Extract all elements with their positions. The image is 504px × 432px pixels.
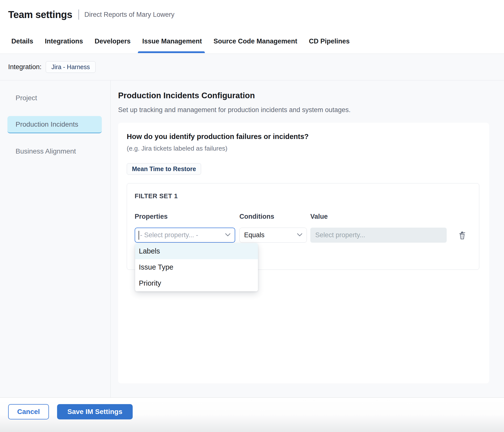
sidebar-item-business-alignment[interactable]: Business Alignment [7,143,102,160]
mean-time-to-restore-chip[interactable]: Mean Time to Restore [127,163,201,175]
content-area: Project Production Incidents Business Al… [0,80,504,397]
condition-select-value: Equals [244,231,265,239]
cancel-button[interactable]: Cancel [8,404,49,419]
filter-column-headers: Properties Conditions Value [135,213,472,220]
question-heading: How do you identify production failures … [127,133,481,141]
dropdown-option-priority[interactable]: Priority [135,275,258,291]
tab-source-code-management[interactable]: Source Code Management [213,29,297,54]
title-divider [78,9,79,20]
filter-set-title: FILTER SET 1 [135,192,472,200]
section-subtitle: Set up tracking and management for produ… [118,106,504,114]
app-header: Team settings Direct Reports of Mary Low… [0,0,504,29]
filter-controls-row: - Select property... - Labels Issue Type… [135,228,472,243]
tab-details[interactable]: Details [11,29,33,54]
section-title: Production Incidents Configuration [118,91,504,100]
value-column-label: Value [310,213,447,220]
tab-issue-management[interactable]: Issue Management [142,29,202,54]
save-im-settings-button[interactable]: Save IM Settings [57,404,133,419]
value-input[interactable] [310,228,447,243]
filter-set-card: FILTER SET 1 Properties Conditions Value… [127,183,479,270]
condition-select[interactable]: Equals [239,228,307,243]
chevron-down-icon [225,233,231,237]
footer-action-bar: Cancel Save IM Settings [0,397,504,432]
incidents-config-card: How do you identify production failures … [118,123,489,383]
dropdown-option-labels[interactable]: Labels [135,243,258,259]
text-cursor [139,231,139,240]
property-select-placeholder: - Select property... - [140,231,198,239]
integration-row: Integration: Jira - Harness [0,54,504,80]
sidebar-item-production-incidents[interactable]: Production Incidents [7,116,102,133]
tab-cd-pipelines[interactable]: CD Pipelines [309,29,350,54]
tab-integrations[interactable]: Integrations [45,29,83,54]
conditions-column-label: Conditions [239,213,307,220]
sidebar-item-project[interactable]: Project [7,89,102,107]
page-title: Team settings [8,9,72,20]
properties-column-label: Properties [135,213,235,220]
trash-icon [458,237,466,241]
property-dropdown-menu: Labels Issue Type Priority [135,243,258,291]
main-panel: Production Incidents Configuration Set u… [111,80,504,397]
settings-sidebar: Project Production Incidents Business Al… [0,80,111,397]
property-select[interactable]: - Select property... - Labels Issue Type… [135,228,235,243]
question-hint: (e.g. Jira tickets labeled as failures) [127,145,481,152]
integration-label: Integration: [8,63,42,71]
tab-developers[interactable]: Developers [95,29,131,54]
chevron-down-icon [297,233,303,237]
settings-tab-bar: Details Integrations Developers Issue Ma… [0,29,504,54]
dropdown-option-issue-type[interactable]: Issue Type [135,259,258,275]
integration-chip-jira-harness[interactable]: Jira - Harness [46,61,96,73]
delete-filter-button[interactable] [458,231,466,241]
team-name-subtitle: Direct Reports of Mary Lowery [84,11,175,19]
